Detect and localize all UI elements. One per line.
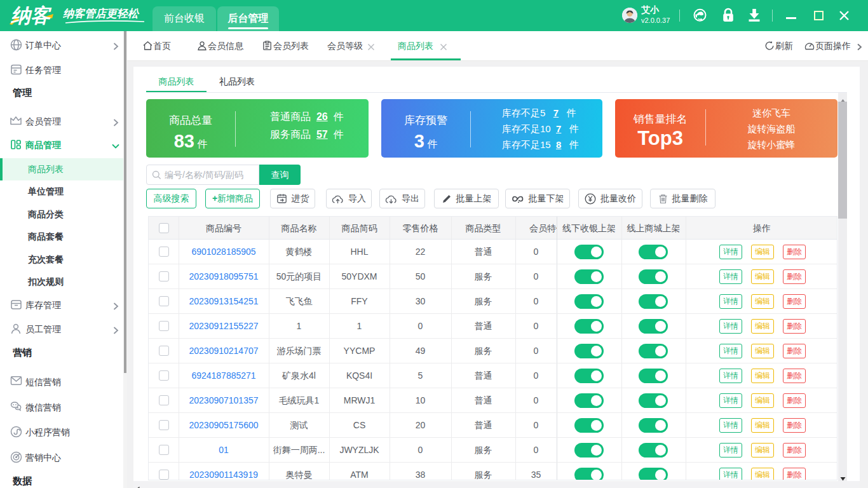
svg-text:纳客管店更轻松: 纳客管店更轻松: [63, 8, 140, 20]
svg-text:纳客: 纳客: [11, 4, 52, 27]
